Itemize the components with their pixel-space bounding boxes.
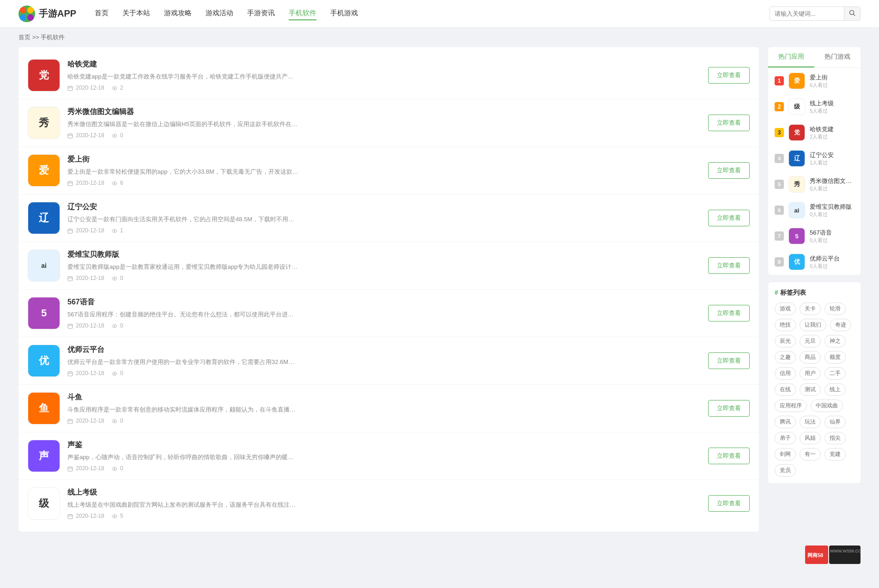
- tag-item-7[interactable]: 元旦: [800, 335, 821, 347]
- tag-item-27[interactable]: 有一: [800, 448, 821, 461]
- header: 手游APP 首页 关于本站 游戏攻略 游戏活动 手游资讯 手机软件 手机游戏: [0, 0, 879, 28]
- tag-item-1[interactable]: 关卡: [800, 303, 821, 315]
- app-desc-1: 秀米微信图文编辑器是一款在微信上边编辑H5页面的手机软件，应用这款手机软件在安装…: [67, 120, 298, 129]
- tag-item-26[interactable]: 剑网: [775, 448, 796, 461]
- nav-strategy[interactable]: 游戏攻略: [164, 7, 192, 20]
- tag-item-6[interactable]: 辰光: [775, 335, 796, 347]
- view-button-0[interactable]: 立即查看: [708, 67, 750, 84]
- view-button-7[interactable]: 立即查看: [708, 400, 750, 417]
- tag-item-13[interactable]: 用户: [800, 367, 821, 380]
- app-date-8: 2020-12-18: [67, 465, 104, 472]
- tag-item-14[interactable]: 二手: [824, 367, 846, 380]
- breadcrumb-home[interactable]: 首页: [18, 34, 30, 41]
- app-name-3: 辽宁公安: [67, 202, 699, 212]
- nav-about[interactable]: 关于本站: [122, 7, 150, 20]
- tag-item-3[interactable]: 绝技: [775, 319, 796, 331]
- hot-icon-4: 秀: [788, 176, 805, 193]
- app-meta-8: 2020-12-18 0: [67, 465, 699, 472]
- hot-views-7: 0人看过: [810, 263, 854, 270]
- app-icon-0: 党: [28, 59, 60, 91]
- hot-item-7: 8 优 优师云平台 0人看过: [768, 249, 861, 275]
- hot-info-3: 辽宁公安 1人看过: [810, 151, 854, 166]
- tag-item-8[interactable]: 神之: [824, 335, 846, 347]
- svg-rect-19: [68, 182, 73, 186]
- tag-item-0[interactable]: 游戏: [775, 303, 796, 315]
- tag-item-11[interactable]: 额度: [824, 351, 846, 364]
- svg-rect-13: [68, 134, 73, 138]
- svg-point-5: [850, 11, 854, 15]
- tag-item-9[interactable]: 之趣: [775, 351, 796, 364]
- hot-rank-0: 1: [775, 76, 784, 85]
- nav-software[interactable]: 手机软件: [289, 7, 316, 20]
- tag-item-23[interactable]: 弟子: [775, 432, 796, 444]
- tag-item-25[interactable]: 指尖: [824, 432, 846, 444]
- view-button-6[interactable]: 立即查看: [708, 352, 750, 369]
- view-button-2[interactable]: 立即查看: [708, 162, 750, 179]
- app-desc-4: 爱维宝贝教师版app是一款教育家校通运用，爱维宝贝教师版app专为幼儿园老师设计…: [67, 262, 298, 272]
- app-item: 鱼 斗鱼 斗鱼应用程序是一款非常有创意的移动实时流媒体应用程序，颇能认为，在斗鱼…: [18, 385, 759, 432]
- app-name-9: 线上考级: [67, 488, 699, 497]
- view-button-1[interactable]: 立即查看: [708, 115, 750, 131]
- tag-item-12[interactable]: 信用: [775, 367, 796, 380]
- hot-name-3: 辽宁公安: [810, 151, 854, 159]
- calendar-icon: [67, 181, 73, 186]
- app-item: 秀 秀米微信图文编辑器 秀米微信图文编辑器是一款在微信上边编辑H5页面的手机软件…: [18, 99, 759, 147]
- svg-point-3: [20, 14, 26, 21]
- search-button[interactable]: [844, 7, 860, 20]
- tag-item-21[interactable]: 玩法: [800, 416, 821, 428]
- svg-rect-68: [829, 546, 861, 564]
- svg-rect-43: [68, 372, 73, 376]
- tag-item-28[interactable]: 党建: [824, 448, 846, 461]
- tag-item-18[interactable]: 应用程序: [775, 400, 807, 412]
- tag-item-29[interactable]: 党员: [775, 464, 796, 477]
- tab-hot-games[interactable]: 热门游戏: [814, 47, 861, 67]
- calendar-icon: [67, 276, 73, 281]
- footer: 网商58 WWW.WS58.COM: [0, 541, 879, 575]
- breadcrumb-separator: >>: [32, 34, 41, 41]
- view-button-3[interactable]: 立即查看: [708, 210, 750, 226]
- tag-item-22[interactable]: 仙界: [824, 416, 846, 428]
- hot-item-2: 3 党 哈铁党建 2人看过: [768, 120, 861, 145]
- app-date-5: 2020-12-18: [67, 322, 104, 329]
- nav-games[interactable]: 手机游戏: [330, 7, 358, 20]
- tag-item-16[interactable]: 测试: [800, 383, 821, 396]
- view-button-5[interactable]: 立即查看: [708, 305, 750, 321]
- app-desc-3: 辽宁公安是一款有门面向生活实用关手机软件，它的占用空间是48.5M，下载时不用担…: [67, 215, 298, 224]
- hot-item-5: 6 ai 爱维宝贝教师版 0人看过: [768, 197, 861, 223]
- tag-item-20[interactable]: 腾讯: [775, 416, 796, 428]
- app-meta-9: 2020-12-18 5: [67, 513, 699, 519]
- view-button-8[interactable]: 立即查看: [708, 448, 750, 464]
- app-icon-6: 优: [28, 345, 60, 377]
- nav-home[interactable]: 首页: [95, 7, 109, 20]
- breadcrumb-current: 手机软件: [41, 34, 65, 41]
- calendar-icon: [67, 228, 73, 234]
- tag-item-19[interactable]: 中国戏曲: [811, 400, 843, 412]
- app-views-4: 0: [112, 275, 123, 281]
- tag-item-15[interactable]: 在线: [775, 383, 796, 396]
- tag-item-5[interactable]: 奇迹: [830, 319, 851, 331]
- view-button-9[interactable]: 立即查看: [708, 495, 750, 512]
- svg-line-6: [854, 14, 855, 16]
- tab-hot-apps[interactable]: 热门应用: [768, 47, 814, 67]
- tag-item-10[interactable]: 商品: [800, 351, 821, 364]
- tag-item-17[interactable]: 线上: [824, 383, 846, 396]
- app-name-5: 567语音: [67, 297, 699, 307]
- tag-item-4[interactable]: 让我们: [800, 319, 826, 331]
- hot-item-6: 7 5 567语音 0人看过: [768, 223, 861, 249]
- svg-rect-49: [68, 419, 73, 424]
- eye-icon: [112, 466, 117, 472]
- eye-icon: [112, 133, 117, 139]
- tag-item-2[interactable]: 轮滑: [824, 303, 846, 315]
- app-name-7: 斗鱼: [67, 393, 699, 402]
- search-input[interactable]: [770, 7, 844, 20]
- svg-point-42: [114, 326, 115, 327]
- hot-icon-3: 辽: [788, 150, 805, 167]
- tag-item-24[interactable]: 风姐: [800, 432, 821, 444]
- view-button-4[interactable]: 立即查看: [708, 257, 750, 274]
- hot-rank-7: 8: [775, 257, 784, 267]
- nav-news[interactable]: 手游资讯: [247, 7, 275, 20]
- nav-activity[interactable]: 游戏活动: [206, 7, 233, 20]
- app-info-9: 线上考级 线上考级是在中国戏曲剧院官方网站上发布的测试服务平台，该服务平台具有在…: [67, 488, 699, 520]
- logo-text: 手游APP: [39, 7, 76, 20]
- logo: 手游APP: [18, 6, 76, 22]
